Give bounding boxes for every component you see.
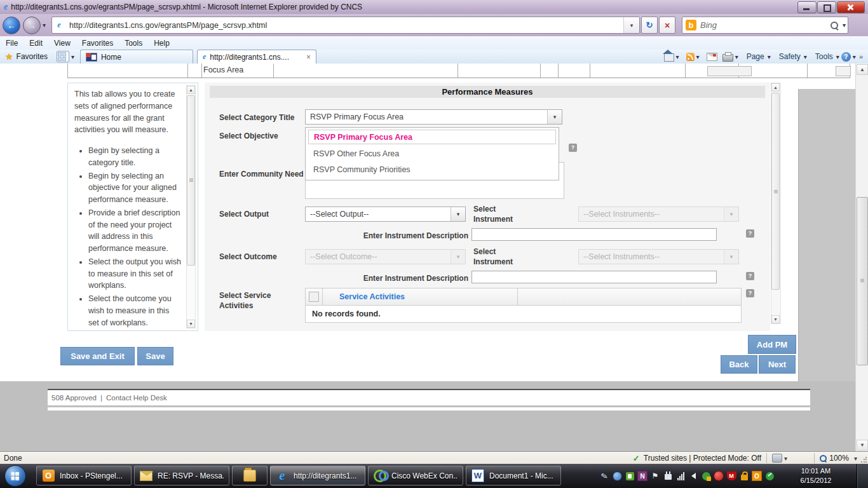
safety-menu-button[interactable]: Safety <box>779 52 801 61</box>
mcafee-shield-icon[interactable]: M <box>727 471 736 480</box>
close-button[interactable] <box>837 1 865 13</box>
refresh-button[interactable]: ↻ <box>641 17 658 34</box>
help-icon[interactable]: ? <box>746 272 754 280</box>
help-icon[interactable]: ? <box>746 229 754 238</box>
tab-close-icon[interactable]: × <box>306 53 311 62</box>
save-and-exit-button[interactable]: Save and Exit <box>60 347 135 365</box>
page-scrollbar[interactable]: ▲ ▼ <box>855 64 868 451</box>
instrument-description-input[interactable] <box>471 271 717 283</box>
power-plug-icon[interactable] <box>665 474 672 480</box>
url-text[interactable]: http://ditegrants1.cns.gov/egrantsPM/pag… <box>69 21 623 30</box>
action-center-flag-icon[interactable]: ⚑ <box>650 471 660 481</box>
search-box[interactable]: b Bing ▾ <box>682 17 848 34</box>
sidebar-scrollbar-thumb[interactable] <box>187 95 195 266</box>
rss-dropdown-icon[interactable]: ▾ <box>696 53 700 60</box>
taskbar-button-explorer[interactable] <box>232 466 268 485</box>
taskbar-clock[interactable]: 10:01 AM 6/15/2012 <box>794 466 837 485</box>
safety-dropdown-icon[interactable]: ▾ <box>804 53 807 60</box>
form-scrollbar-thumb[interactable] <box>771 93 780 290</box>
recent-pages-dropdown-icon[interactable]: ▾ <box>43 22 46 29</box>
antivirus-icon[interactable] <box>714 471 724 481</box>
scroll-up-icon[interactable]: ▲ <box>187 86 195 94</box>
scroll-up-icon[interactable]: ▲ <box>857 64 868 75</box>
contact-help-desk-link[interactable]: Contact Help Desk <box>106 394 167 402</box>
dropdown-option[interactable]: RSVP Other Focus Area <box>313 149 399 158</box>
communicator-icon[interactable] <box>613 471 622 481</box>
taskbar-button-webex[interactable]: Cisco WebEx Con... <box>368 466 463 485</box>
search-icon[interactable] <box>831 22 838 29</box>
page-menu-button[interactable]: Page <box>747 52 764 61</box>
instrument-description-input[interactable] <box>471 228 717 241</box>
menu-edit[interactable]: Edit <box>24 39 48 48</box>
taskbar-button-outlook[interactable]: O Inbox - PStengel... <box>36 466 132 485</box>
volume-icon[interactable] <box>691 473 696 479</box>
menu-view[interactable]: View <box>48 39 76 48</box>
page-scrollbar-thumb[interactable] <box>857 197 868 365</box>
home-dropdown-icon[interactable]: ▾ <box>676 53 679 60</box>
taskbar-button-email-message[interactable]: RE: RSVP - Messa... <box>134 466 229 485</box>
search-options-dropdown-icon[interactable]: ▾ <box>843 22 846 29</box>
scroll-up-icon[interactable]: ▲ <box>771 83 780 92</box>
select-all-checkbox[interactable] <box>309 292 319 302</box>
sidebar-scrollbar[interactable]: ▲ ▼ <box>186 85 196 329</box>
padlock-icon[interactable] <box>741 475 748 480</box>
dropdown-option[interactable]: RSVP Community Priorities <box>313 165 410 174</box>
maximize-button[interactable] <box>817 1 836 13</box>
tools-menu-button[interactable]: Tools <box>815 52 833 61</box>
menu-file[interactable]: File <box>0 39 24 48</box>
stop-button[interactable]: × <box>659 17 675 34</box>
tab-current-page[interactable]: e http://ditegrants1.cns.... × <box>197 50 316 64</box>
chevron-down-icon[interactable]: ▾ <box>451 207 465 221</box>
tab-home[interactable]: Home <box>80 50 193 64</box>
back-button[interactable]: Back <box>721 355 757 374</box>
quick-tabs-dropdown-icon[interactable]: ▾ <box>71 53 74 60</box>
zoom-control[interactable]: 100% ▾ <box>809 452 868 464</box>
menu-help[interactable]: Help <box>148 39 175 48</box>
dropdown-option-selected[interactable]: RSVP Primary Focus Area <box>308 130 556 144</box>
url-dropdown-icon[interactable]: ▾ <box>623 17 639 33</box>
show-desktop-button[interactable] <box>857 464 868 488</box>
start-button[interactable] <box>4 465 26 487</box>
taskbar-button-ie[interactable]: e http://ditegrants1... <box>270 466 365 485</box>
quick-tabs-icon[interactable] <box>57 51 69 62</box>
network-signal-icon[interactable] <box>677 472 684 480</box>
scroll-down-icon[interactable]: ▼ <box>187 320 195 328</box>
zoom-level[interactable]: 100% <box>829 454 849 463</box>
help-dropdown-icon[interactable]: ▾ <box>853 53 856 60</box>
menu-favorites[interactable]: Favorites <box>76 39 119 48</box>
output-select[interactable]: --Select Output-- ▾ <box>305 207 466 222</box>
chevron-down-icon[interactable]: ▾ <box>547 110 562 124</box>
scroll-down-icon[interactable]: ▼ <box>857 440 868 451</box>
approved-link[interactable]: 508 Approved <box>51 394 97 402</box>
form-scrollbar[interactable]: ▲ ▼ <box>771 83 781 324</box>
back-nav-button[interactable]: ← <box>3 17 20 34</box>
minimize-button[interactable] <box>797 1 817 13</box>
service-activities-column-header[interactable]: Service Activities <box>323 292 517 301</box>
taskbar-button-word[interactable]: W Document1 - Mic... <box>466 466 561 485</box>
save-button[interactable]: Save <box>137 347 173 365</box>
read-mail-icon[interactable] <box>707 53 717 61</box>
home-icon[interactable] <box>664 53 674 62</box>
quill-app-icon[interactable] <box>766 472 774 480</box>
next-button[interactable]: Next <box>759 355 796 374</box>
menu-tools[interactable]: Tools <box>119 39 148 48</box>
scroll-down-icon[interactable]: ▼ <box>771 315 780 323</box>
help-menu-icon[interactable]: ? <box>841 52 851 62</box>
print-dropdown-icon[interactable]: ▾ <box>735 53 738 60</box>
pen-input-icon[interactable]: ✎ <box>599 470 611 482</box>
secure-agent-icon[interactable] <box>702 472 710 480</box>
add-pm-button[interactable]: Add PM <box>748 335 796 354</box>
help-icon[interactable]: ? <box>746 289 754 297</box>
office-upload-icon[interactable]: O <box>752 471 762 481</box>
favorites-button[interactable]: Favorites <box>17 52 48 61</box>
protected-mode-icon[interactable] <box>772 454 782 463</box>
category-title-select[interactable]: RSVP Primary Focus Area ▾ <box>305 109 562 125</box>
endpoint-security-icon[interactable] <box>626 472 634 480</box>
print-icon[interactable] <box>722 54 733 62</box>
chevron-more-icon[interactable]: » <box>859 53 863 60</box>
help-icon[interactable]: ? <box>569 144 577 152</box>
protected-mode-dropdown-icon[interactable]: ▾ <box>784 455 787 462</box>
tools-dropdown-icon[interactable]: ▾ <box>836 53 839 60</box>
rss-feed-icon[interactable] <box>686 53 695 61</box>
zoom-dropdown-icon[interactable]: ▾ <box>854 455 857 462</box>
